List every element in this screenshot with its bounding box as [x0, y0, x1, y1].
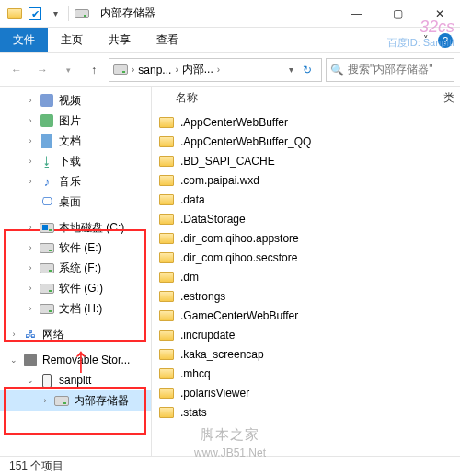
file-name: .kaka_screencap — [180, 348, 264, 361]
tree-item[interactable]: ›软件 (G:) — [0, 278, 151, 298]
file-name: .DataStorage — [180, 213, 246, 226]
expander-icon[interactable]: › — [26, 223, 35, 232]
breadcrumb[interactable]: › sanp... › 内部... › ▾ ↻ — [109, 58, 322, 82]
tree-item[interactable]: 🖵桌面 — [0, 192, 151, 212]
file-row[interactable]: .mhcq — [152, 364, 460, 383]
help-icon[interactable]: ? — [438, 33, 453, 48]
file-row[interactable]: .AppCenterWebBuffer — [152, 112, 460, 132]
file-row[interactable]: .stats — [152, 402, 460, 422]
search-input[interactable]: 🔍 搜索"内部存储器" — [326, 58, 454, 82]
tree-item[interactable]: ›♪音乐 — [0, 171, 151, 192]
file-name: .estrongs — [180, 290, 225, 303]
phone-icon — [40, 373, 54, 388]
tab-view[interactable]: 查看 — [144, 28, 191, 52]
nav-up-button[interactable]: ↑ — [83, 59, 105, 81]
ribbon-collapse-icon[interactable]: ˅ — [423, 34, 429, 46]
file-row[interactable]: .dm — [152, 267, 460, 286]
folder-icon — [7, 6, 22, 21]
breadcrumb-dropdown-icon[interactable]: ▾ — [289, 64, 293, 75]
chevron-right-icon[interactable]: › — [132, 64, 134, 75]
checkbox-icon[interactable]: ✔ — [28, 6, 42, 21]
tree-item[interactable]: ›⭳下载 — [0, 151, 151, 171]
expander-icon[interactable]: › — [26, 304, 35, 313]
title-bar: ✔ ▾ 内部存储器 — ▢ ✕ — [0, 0, 460, 28]
file-name: .stats — [180, 406, 207, 419]
tree-item-label: sanpitt — [59, 374, 91, 387]
tree-item-label: 音乐 — [59, 174, 81, 190]
tree-item[interactable]: ›内部存储器 — [0, 390, 151, 411]
window-title: 内部存储器 — [100, 6, 155, 21]
chevron-right-icon[interactable]: › — [217, 64, 220, 75]
tab-share[interactable]: 共享 — [96, 28, 144, 52]
tree-item[interactable]: ⌄Removable Stor... — [0, 350, 151, 370]
expander-icon[interactable]: › — [26, 136, 35, 145]
maximize-button[interactable]: ▢ — [377, 0, 419, 28]
tab-file[interactable]: 文件 — [0, 28, 48, 52]
refresh-button[interactable]: ↻ — [297, 64, 317, 76]
file-name: .AppCenterWebBuffer_QQ — [180, 135, 311, 148]
column-headers[interactable]: 名称 类 — [152, 87, 460, 110]
file-row[interactable]: .incrupdate — [152, 325, 460, 344]
file-name: .polarisViewer — [180, 387, 249, 400]
tree-item[interactable]: ›视频 — [0, 90, 151, 110]
expander-icon[interactable]: › — [26, 157, 35, 166]
navigation-pane[interactable]: ↑ ›视频›图片›文档›⭳下载›♪音乐🖵桌面›本地磁盘 (C:)›软件 (E:)… — [0, 87, 152, 456]
tree-item[interactable]: ›🖧网络 — [0, 324, 151, 344]
folder-icon — [159, 366, 174, 381]
file-row[interactable]: .DataStorage — [152, 209, 460, 228]
file-row[interactable]: .dir_com.qihoo.secstore — [152, 248, 460, 267]
tree-item[interactable]: ›文档 (H:) — [0, 298, 151, 319]
file-row[interactable]: .AppCenterWebBuffer_QQ — [152, 132, 460, 151]
file-name: .incrupdate — [180, 329, 235, 342]
tree-item[interactable]: ›本地磁盘 (C:) — [0, 217, 151, 238]
expander-icon[interactable]: › — [26, 243, 35, 252]
search-icon: 🔍 — [330, 64, 344, 76]
expander-icon[interactable]: ⌄ — [26, 376, 35, 385]
file-row[interactable]: .com.paipai.wxd — [152, 170, 460, 190]
file-name: .GameCenterWebBuffer — [180, 309, 298, 322]
tree-item[interactable]: ›系统 (F:) — [0, 258, 151, 278]
tree-item-label: 内部存储器 — [74, 393, 129, 409]
music-icon: ♪ — [40, 174, 54, 189]
tab-home[interactable]: 主页 — [48, 28, 96, 52]
column-header-name[interactable]: 名称 — [176, 90, 198, 106]
file-row[interactable]: .estrongs — [152, 286, 460, 306]
breadcrumb-segment[interactable]: 内部... — [182, 62, 213, 77]
expander-icon[interactable]: ⌄ — [9, 355, 18, 365]
nav-back-button[interactable]: ← — [6, 59, 28, 81]
tree-item[interactable]: ›图片 — [0, 110, 151, 131]
file-row[interactable]: .polarisViewer — [152, 383, 460, 402]
column-header-type[interactable]: 类 — [443, 90, 460, 106]
expander-icon[interactable]: › — [26, 177, 35, 186]
tree-item[interactable]: ⌄sanpitt — [0, 370, 151, 390]
nav-forward-button[interactable]: → — [31, 59, 53, 81]
drive-icon — [113, 63, 128, 77]
close-button[interactable]: ✕ — [419, 0, 460, 28]
expander-icon[interactable]: › — [26, 263, 35, 273]
expander-icon[interactable]: › — [9, 330, 18, 339]
expander-icon[interactable]: › — [26, 284, 35, 293]
folder-icon — [159, 328, 174, 342]
file-list-pane[interactable]: 名称 类 .AppCenterWebBuffer.AppCenterWebBuf… — [152, 87, 460, 456]
expander-icon[interactable]: › — [26, 116, 35, 125]
drive-icon — [75, 6, 89, 21]
file-row[interactable]: .dir_com.qihoo.appstore — [152, 228, 460, 248]
minimize-button[interactable]: — — [336, 0, 377, 28]
chevron-right-icon[interactable]: › — [175, 64, 178, 75]
file-row[interactable]: .kaka_screencap — [152, 344, 460, 364]
expander-icon[interactable]: › — [26, 96, 35, 105]
folder-icon — [159, 173, 174, 188]
download-icon: ⭳ — [40, 154, 54, 168]
tree-item[interactable]: ›软件 (E:) — [0, 238, 151, 258]
tree-item[interactable]: ›文档 — [0, 131, 151, 151]
file-row[interactable]: .BD_SAPI_CACHE — [152, 151, 460, 170]
nav-history-dropdown[interactable]: ▾ — [57, 59, 79, 81]
qat-dropdown-icon[interactable]: ▾ — [48, 6, 63, 21]
folder-icon — [159, 134, 174, 149]
breadcrumb-segment[interactable]: sanp... — [138, 64, 171, 76]
file-row[interactable]: .data — [152, 190, 460, 209]
file-name: .AppCenterWebBuffer — [180, 116, 288, 129]
file-row[interactable]: .GameCenterWebBuffer — [152, 306, 460, 325]
expander-icon[interactable]: › — [40, 396, 50, 405]
tree-item-label: Removable Stor... — [42, 354, 130, 366]
